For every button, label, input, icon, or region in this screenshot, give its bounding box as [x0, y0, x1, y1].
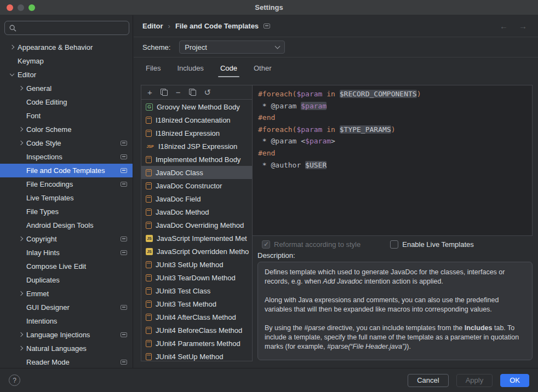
close-window-button[interactable]: [7, 4, 13, 11]
temp-template-icon: [146, 353, 152, 360]
tab-files[interactable]: Files: [146, 57, 161, 78]
reset-to-default-icon[interactable]: ↺: [204, 88, 211, 96]
template-item-i18nized-concatenation[interactable]: I18nized Concatenation: [141, 113, 252, 126]
sidebar-item-file-and-code-templates[interactable]: File and Code Templates: [0, 164, 133, 177]
template-item-javadoc-method[interactable]: JavaDoc Method: [141, 205, 252, 218]
sidebar-item-android-design-tools[interactable]: Android Design Tools: [0, 218, 133, 232]
forward-arrow-icon[interactable]: →: [519, 21, 527, 31]
screen-icon: [121, 154, 127, 159]
remove-icon[interactable]: −: [176, 88, 181, 96]
sidebar-item-duplicates[interactable]: Duplicates: [0, 273, 133, 287]
template-item-junit4-parameters-method[interactable]: JUnit4 Parameters Method: [141, 337, 252, 350]
template-item-i18nized-jsp-expression[interactable]: JSPI18nized JSP Expression: [141, 140, 252, 153]
template-item-junit4-setup-method[interactable]: JUnit4 SetUp Method: [141, 350, 252, 361]
template-item-javadoc-field[interactable]: JavaDoc Field: [141, 192, 252, 205]
template-item-javadoc-class[interactable]: JavaDoc Class: [141, 166, 252, 179]
template-item-javadoc-constructor[interactable]: JavaDoc Constructor: [141, 179, 252, 192]
sidebar-item-appearance-behavior[interactable]: Appearance & Behavior: [0, 41, 133, 54]
template-item-groovy-new-method-body[interactable]: GGroovy New Method Body: [141, 100, 252, 113]
apply-button: Apply: [456, 374, 493, 387]
description-paragraph: Defines template which used to generate …: [265, 268, 525, 286]
zoom-window-button[interactable]: [28, 4, 35, 11]
template-item-label: JUnit4 AfterClass Method: [156, 313, 236, 321]
sidebar-item-general[interactable]: General: [0, 82, 133, 95]
tab-code[interactable]: Code: [220, 57, 237, 78]
template-item-i18nized-expression[interactable]: I18nized Expression: [141, 126, 252, 140]
sidebar-item-language-injections[interactable]: Language Injections: [0, 328, 133, 342]
template-item-junit3-setup-method[interactable]: JUnit3 SetUp Method: [141, 258, 252, 271]
search-input[interactable]: [4, 21, 129, 35]
sidebar-item-reader-mode[interactable]: Reader Mode: [0, 355, 133, 368]
chevron-down-icon: [275, 44, 281, 49]
ok-button[interactable]: OK: [500, 374, 529, 387]
temp-template-icon: [146, 287, 152, 295]
chevron-right-icon[interactable]: [10, 44, 14, 49]
breadcrumb-file-and-code-templates: File and Code Templates: [175, 22, 259, 30]
template-editor[interactable]: #foreach($param in $RECORD_COMPONENTS) *…: [252, 85, 533, 236]
tab-includes[interactable]: Includes: [177, 57, 203, 78]
chevron-right-icon[interactable]: [19, 85, 23, 90]
breadcrumb-editor[interactable]: Editor: [142, 22, 163, 30]
sidebar-item-inlay-hints[interactable]: Inlay Hints: [0, 246, 133, 260]
enable-live-templates-checkbox[interactable]: [390, 240, 398, 249]
template-list-toolbar: +−↺: [141, 85, 252, 100]
sidebar-item-label: Appearance & Behavior: [18, 43, 93, 51]
sidebar-item-label: Code Style: [26, 139, 61, 147]
reformat-checkbox: [262, 240, 270, 249]
sidebar-item-intentions[interactable]: Intentions: [0, 314, 133, 328]
sidebar-item-editor[interactable]: Editor: [0, 68, 133, 82]
sidebar-item-color-scheme[interactable]: Color Scheme: [0, 123, 133, 136]
sidebar-item-label: Editor: [18, 71, 36, 79]
tab-other[interactable]: Other: [254, 57, 272, 78]
template-item-junit3-test-method[interactable]: JUnit3 Test Method: [141, 297, 252, 310]
sidebar-item-emmet[interactable]: Emmet: [0, 287, 133, 301]
template-list: GGroovy New Method BodyI18nized Concaten…: [141, 100, 252, 361]
sidebar-item-live-templates[interactable]: Live Templates: [0, 191, 133, 205]
sidebar-item-font[interactable]: Font: [0, 109, 133, 123]
template-item-implemented-method-body[interactable]: Implemented Method Body: [141, 153, 252, 166]
template-item-label: JUnit3 SetUp Method: [156, 261, 224, 269]
sidebar-item-natural-languages[interactable]: Natural Languages: [0, 342, 133, 355]
temp-template-icon: [146, 327, 152, 334]
chevron-right-icon[interactable]: [19, 126, 23, 131]
settings-sidebar: Appearance & BehaviorKeymapEditorGeneral…: [0, 15, 133, 368]
template-item-javascript-overridden-metho[interactable]: JSJavaScript Overridden Metho: [141, 245, 252, 258]
sidebar-item-label: Language Injections: [26, 331, 90, 339]
chevron-right-icon[interactable]: [19, 140, 23, 145]
create-from-selected-icon[interactable]: [161, 89, 168, 96]
sidebar-item-label: File Encodings: [26, 180, 73, 188]
template-item-junit3-teardown-method[interactable]: JUnit3 TearDown Method: [141, 271, 252, 284]
sidebar-item-keymap[interactable]: Keymap: [0, 54, 133, 68]
sidebar-item-copyright[interactable]: Copyright: [0, 232, 133, 246]
cancel-button[interactable]: Cancel: [408, 374, 448, 387]
chevron-right-icon[interactable]: [19, 345, 23, 350]
template-item-junit4-afterclass-method[interactable]: JUnit4 AfterClass Method: [141, 310, 252, 324]
sidebar-item-code-style[interactable]: Code Style: [0, 136, 133, 150]
chevron-down-icon[interactable]: [10, 71, 14, 76]
back-arrow-icon[interactable]: ←: [500, 21, 508, 31]
chevron-right-icon[interactable]: [19, 291, 23, 295]
template-item-junit4-beforeclass-method[interactable]: JUnit4 BeforeClass Method: [141, 324, 252, 337]
breadcrumb: Editor › File and Code Templates ← →: [134, 15, 538, 37]
sidebar-item-gui-designer[interactable]: GUI Designer: [0, 301, 133, 314]
sidebar-item-file-types[interactable]: File Types: [0, 205, 133, 218]
chevron-right-icon[interactable]: [19, 236, 23, 240]
sidebar-item-inspections[interactable]: Inspections: [0, 150, 133, 164]
sidebar-item-code-editing[interactable]: Code Editing: [0, 95, 133, 109]
template-item-junit3-test-class[interactable]: JUnit3 Test Class: [141, 284, 252, 297]
template-item-label: JUnit4 SetUp Method: [156, 353, 224, 361]
description-paragraph: By using the #parse directive, you can i…: [265, 324, 525, 351]
sidebar-item-file-encodings[interactable]: File Encodings: [0, 177, 133, 191]
code-line: #end: [258, 147, 526, 159]
chevron-right-icon[interactable]: [19, 332, 23, 336]
sidebar-item-compose-live-edit[interactable]: Compose Live Edit: [0, 260, 133, 273]
code-line: * @author $USER: [258, 159, 526, 171]
copy-template-icon[interactable]: [189, 89, 196, 96]
help-button[interactable]: ?: [9, 374, 20, 386]
add-icon[interactable]: +: [147, 88, 152, 96]
template-item-label: I18nized Concatenation: [156, 116, 231, 124]
scheme-select[interactable]: Project: [179, 41, 285, 54]
template-item-javascript-implemented-met[interactable]: JSJavaScript Implemented Met: [141, 232, 252, 245]
template-item-javadoc-overriding-method[interactable]: JavaDoc Overriding Method: [141, 218, 252, 232]
template-item-label: JUnit3 Test Method: [156, 300, 216, 308]
